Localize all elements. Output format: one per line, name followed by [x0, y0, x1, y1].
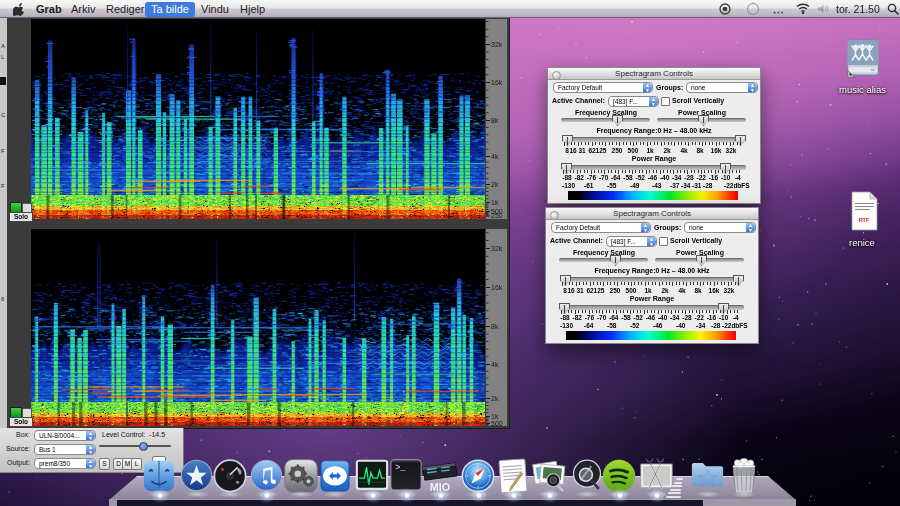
svg-text:>_: >_: [395, 463, 406, 473]
svg-text:RTF: RTF: [859, 217, 870, 223]
